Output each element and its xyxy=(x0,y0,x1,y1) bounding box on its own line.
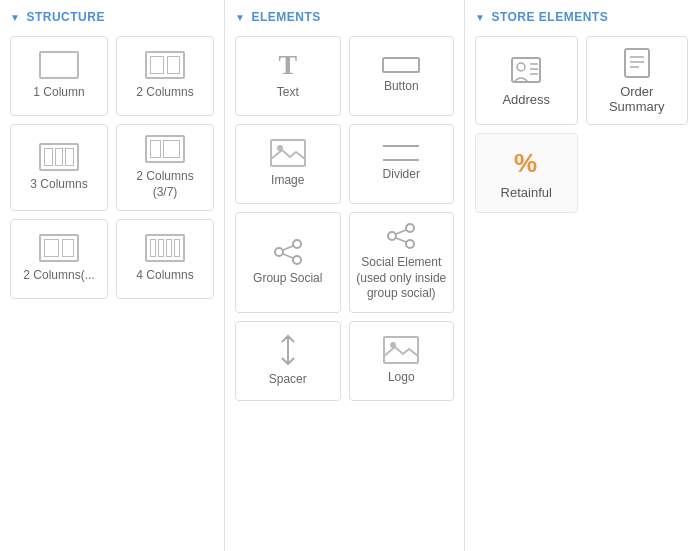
svg-line-6 xyxy=(283,254,293,258)
svg-point-8 xyxy=(388,232,396,240)
button-label: Button xyxy=(384,79,419,95)
address-label: Address xyxy=(502,92,550,107)
elements-title: Elements xyxy=(251,10,320,24)
elements-panel: ▼ Elements T Text Button Image xyxy=(225,0,465,551)
element-social-element[interactable]: Social Element (used only inside group s… xyxy=(349,212,455,313)
store-arrow-icon: ▼ xyxy=(475,12,485,23)
element-button[interactable]: Button xyxy=(349,36,455,116)
structure-item-2col-37[interactable]: 2 Columns (3/7) xyxy=(116,124,214,211)
elements-grid: T Text Button Image xyxy=(235,36,454,401)
store-title: Store Elements xyxy=(491,10,608,24)
svg-point-16 xyxy=(517,63,525,71)
image-icon xyxy=(270,139,306,167)
svg-rect-20 xyxy=(625,49,649,77)
structure-item-4col[interactable]: 4 Columns xyxy=(116,219,214,299)
4col-label: 4 Columns xyxy=(136,268,193,284)
structure-grid: 1 Column 2 Columns 3 Columns 2 Columns (… xyxy=(10,36,214,299)
retainful-label: Retainful xyxy=(501,185,552,200)
social-element-label: Social Element xyxy=(361,255,441,271)
structure-item-1col[interactable]: 1 Column xyxy=(10,36,108,116)
element-image[interactable]: Image xyxy=(235,124,341,204)
structure-arrow-icon: ▼ xyxy=(10,12,20,23)
group-social-icon xyxy=(272,239,304,265)
structure-header: ▼ Structure xyxy=(10,10,214,24)
address-icon xyxy=(510,54,542,92)
spacer-label: Spacer xyxy=(269,372,307,388)
text-icon: T xyxy=(278,51,297,79)
store-header: ▼ Store Elements xyxy=(475,10,688,24)
2col-left-icon xyxy=(39,234,79,262)
retainful-wrapper: % Retainful xyxy=(475,133,578,213)
2col-37-label: 2 Columns (3/7) xyxy=(123,169,207,200)
store-order-summary[interactable]: Order Summary xyxy=(586,36,689,125)
element-text[interactable]: T Text xyxy=(235,36,341,116)
structure-panel: ▼ Structure 1 Column 2 Columns 3 Columns xyxy=(0,0,225,551)
svg-rect-13 xyxy=(384,337,418,363)
4col-icon xyxy=(145,234,185,262)
3col-label: 3 Columns xyxy=(30,177,87,193)
button-icon xyxy=(382,57,420,73)
divider-icon xyxy=(383,145,419,161)
structure-title: Structure xyxy=(26,10,105,24)
svg-line-10 xyxy=(396,230,406,234)
svg-point-7 xyxy=(406,224,414,232)
element-spacer[interactable]: Spacer xyxy=(235,321,341,401)
svg-text:%: % xyxy=(514,148,537,178)
store-panel: ▼ Store Elements Address xyxy=(465,0,698,551)
logo-icon xyxy=(383,336,419,364)
store-grid: Address Order Summary xyxy=(475,36,688,125)
svg-point-2 xyxy=(293,240,301,248)
2col-left-label: 2 Columns(... xyxy=(23,268,94,284)
retainful-icon: % xyxy=(510,146,542,185)
3col-icon xyxy=(39,143,79,171)
store-retainful[interactable]: % Retainful xyxy=(475,133,578,213)
structure-item-3col[interactable]: 3 Columns xyxy=(10,124,108,211)
logo-label: Logo xyxy=(388,370,415,386)
2col-label: 2 Columns xyxy=(136,85,193,101)
social-element-sublabel: (used only inside group social) xyxy=(356,271,448,302)
elements-arrow-icon: ▼ xyxy=(235,12,245,23)
svg-line-5 xyxy=(283,246,293,250)
structure-item-2col-left[interactable]: 2 Columns(... xyxy=(10,219,108,299)
element-logo[interactable]: Logo xyxy=(349,321,455,401)
structure-item-2col[interactable]: 2 Columns xyxy=(116,36,214,116)
text-label: Text xyxy=(277,85,299,101)
svg-point-9 xyxy=(406,240,414,248)
1col-label: 1 Column xyxy=(33,85,84,101)
2col-icon xyxy=(145,51,185,79)
svg-point-3 xyxy=(275,248,283,256)
svg-rect-0 xyxy=(271,140,305,166)
element-divider[interactable]: Divider xyxy=(349,124,455,204)
social-element-icon xyxy=(385,223,417,249)
group-social-label: Group Social xyxy=(253,271,322,287)
store-address[interactable]: Address xyxy=(475,36,578,125)
image-label: Image xyxy=(271,173,304,189)
divider-label: Divider xyxy=(383,167,420,183)
svg-line-11 xyxy=(396,238,406,242)
order-summary-label: Order Summary xyxy=(593,84,682,114)
2col-37-icon xyxy=(145,135,185,163)
svg-rect-15 xyxy=(512,58,540,82)
1col-icon xyxy=(39,51,79,79)
spacer-icon xyxy=(278,334,298,366)
order-summary-icon xyxy=(623,47,651,84)
svg-point-4 xyxy=(293,256,301,264)
elements-header: ▼ Elements xyxy=(235,10,454,24)
element-group-social[interactable]: Group Social xyxy=(235,212,341,313)
